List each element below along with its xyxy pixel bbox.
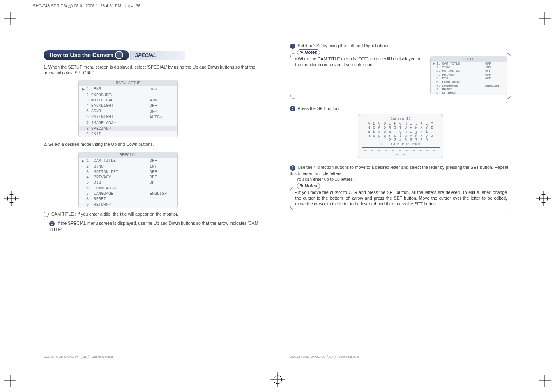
- step-2-text: 2. Select a desired mode using the Up an…: [44, 141, 265, 147]
- menu-header: SPECIAL: [79, 152, 177, 158]
- crop-mark-icon: [4, 12, 16, 25]
- menu-row: ▶1. CAM TITLEOFF: [431, 62, 507, 65]
- menu-row: ▶1.LENSDC⏎: [79, 86, 177, 92]
- notes-label: Notes: [297, 49, 320, 55]
- camera-id-title: Camera ID: [362, 117, 440, 121]
- notes-label: Notes: [297, 183, 320, 189]
- menu-row: 3. MOTION DETOFF: [431, 69, 507, 73]
- char-row: N O P Q R S T U V W X Y Z: [362, 126, 440, 130]
- crop-mark-icon: [4, 375, 16, 388]
- menu-row: 5.SSNRON⏎: [79, 108, 177, 114]
- menu-row: 7.IMAGE ADJ⏎: [79, 120, 177, 126]
- menu-row-selected: 8.SPECIAL⏎: [79, 126, 177, 131]
- special-menu: SPECIAL ▶1. CAM TITLEOFF 2. SYNCINT 3. M…: [78, 152, 178, 208]
- command-row: ← → CLR POS END: [362, 142, 440, 146]
- menu-header: SPECIAL: [431, 56, 507, 62]
- menu-row: 7. LANGUAGEENGLISH: [79, 191, 177, 196]
- menu-row: 8. RESET: [79, 196, 177, 202]
- bullet-1-text: 1 If the SPECIAL menu screen is displaye…: [44, 220, 265, 232]
- step-1-text: 1. When the SETUP menu screen is display…: [44, 64, 265, 76]
- menu-row: 9. RETURN⏎: [79, 202, 177, 208]
- menu-row: 3.WHITE BALATW: [79, 98, 177, 103]
- step-number-icon: 3: [290, 106, 295, 111]
- char-row: a b c d e f g h i j k l m: [362, 130, 440, 134]
- menu-row: 9.EXIT: [79, 131, 177, 137]
- menu-row: 4. PRIVACYOFF: [79, 175, 177, 180]
- notes-box-1: Notes • When the CAM TITLE menu is 'OFF'…: [290, 53, 512, 99]
- special-menu-mini: SPECIAL ▶1. CAM TITLEOFF 2. SYNCINT 3. M…: [430, 56, 507, 95]
- menu-row: ▶1. CAM TITLEOFF: [79, 158, 177, 164]
- char-row: A B C D E F G H I J K L M: [362, 122, 440, 126]
- step-number-icon: 4: [290, 165, 295, 171]
- main-setup-menu: MAIN SETUP ▶1.LENSDC⏎ 2.EXPOSURE⏎ 3.WHIT…: [78, 80, 178, 137]
- menu-row: 6. COMM ADJ⏎: [431, 80, 507, 84]
- page-left: How to Use the Camera SPECIAL 1. When th…: [31, 41, 278, 362]
- bullet-icon: [44, 212, 49, 217]
- menu-row: 5. DISOFF: [79, 180, 177, 185]
- menu-row: 9. RETURN⏎: [431, 91, 507, 95]
- page-number: 36: [81, 355, 89, 359]
- cursor-underline: _ _ _ _ _ _ _ _ _ _ _ _ _: [362, 147, 440, 156]
- menu-header: MAIN SETUP: [79, 80, 177, 86]
- bullet-2-text: 2 Set it to 'ON' by using the Left and R…: [290, 43, 512, 49]
- registration-mark-icon: [4, 191, 19, 207]
- menu-row: 2. SYNCINT: [431, 65, 507, 69]
- notes-box-2: Notes • If you move the cursor to CLR an…: [290, 187, 512, 211]
- char-row: - . 1 2 3 4 5 6 7 8 9: [362, 138, 440, 142]
- menu-row: 8. RESET: [431, 88, 507, 91]
- page-title-tab: How to Use the Camera: [44, 50, 129, 60]
- menu-row: 2.EXPOSURE⏎: [79, 92, 177, 98]
- page-footer: COLOR CCD CAMERA 37 User's Manual: [290, 355, 359, 359]
- step-number-icon: 2: [290, 44, 295, 49]
- char-row: n o p q r s t u v w x y z: [362, 134, 440, 138]
- cam-title-intro: CAM TITLE : If you enter a title, the ti…: [44, 211, 265, 217]
- page-right: 2 Set it to 'ON' by using the Left and R…: [278, 41, 524, 362]
- menu-row: 3. MOTION DETOFF: [79, 169, 177, 175]
- menu-row: 6.DAY/NIGHTAUTO⏎: [79, 114, 177, 120]
- menu-row: 4.BACKLIGHTOFF: [79, 103, 177, 108]
- page-footer: COLOR CCD CAMERA 36 User's Manual: [44, 355, 113, 359]
- menu-row: 6. COMM ADJ⏎: [79, 185, 177, 191]
- page-number: 37: [327, 355, 336, 359]
- print-header: SHC-745 SERIES(영) 08.01 2008.1. 28 4:31 …: [33, 3, 140, 9]
- menu-row: 7. LANGUAGEENGLISH: [431, 84, 507, 88]
- registration-mark-icon: [270, 372, 285, 388]
- bullet-4-text: 4 Use the 4 direction buttons to move to…: [290, 164, 512, 176]
- crop-mark-icon: [539, 12, 551, 25]
- step-number-icon: 1: [49, 221, 55, 226]
- menu-row: 4. PRIVACYOFF: [431, 73, 507, 76]
- menu-row: 5. DISOFF: [431, 76, 507, 80]
- menu-row: 2. SYNCINT: [79, 164, 177, 169]
- note-1-text: • When the CAM TITLE menu is 'OFF', no t…: [295, 56, 426, 95]
- section-heading: SPECIAL: [130, 51, 185, 60]
- bullet-4b-text: You can enter up to 15 letters.: [290, 176, 512, 182]
- crop-mark-icon: [539, 375, 551, 388]
- registration-mark-icon: [536, 191, 551, 207]
- camera-id-editor: Camera ID A B C D E F G H I J K L M N O …: [358, 114, 443, 159]
- note-2-text: • If you move the cursor to CLR and pres…: [295, 189, 507, 207]
- bullet-3-text: 3 Press the SET button.: [290, 106, 512, 112]
